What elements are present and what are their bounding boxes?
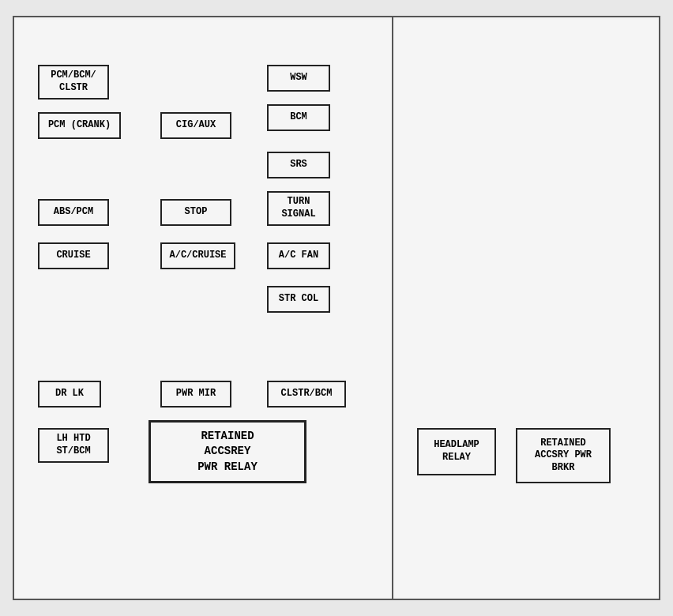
clstr-bcm: CLSTR/BCM [267,381,346,408]
retained-accsry-pwr-brkr: RETAINED ACCSRY PWR BRKR [516,428,611,483]
retained-accsrey-pwr-relay: RETAINED ACCSREY PWR RELAY [149,420,306,483]
cig-aux: CIG/AUX [160,112,231,139]
stop: STOP [160,199,231,226]
bcm: BCM [267,104,330,131]
main-container: PCM/BCM/ CLSTRWSWPCM (CRANK)CIG/AUXBCMSR… [13,16,660,600]
ac-cruise: A/C/CRUISE [160,242,235,269]
inside-grid: HEADLAMP RELAYRETAINED ACCSRY PWR BRKR [401,41,651,575]
pcm-crank: PCM (CRANK) [38,112,121,139]
ac-fan: A/C FAN [267,242,330,269]
dr-lk: DR LK [38,381,101,408]
inside-section: HEADLAMP RELAYRETAINED ACCSRY PWR BRKR [393,17,659,599]
wsw: WSW [267,65,330,92]
lh-htd-st-bcm: LH HTD ST/BCM [38,428,109,463]
headlamp-relay: HEADLAMP RELAY [417,428,496,475]
pcm-bcm-clstr: PCM/BCM/ CLSTR [38,65,109,100]
abs-pcm: ABS/PCM [38,199,109,226]
outside-grid: PCM/BCM/ CLSTRWSWPCM (CRANK)CIG/AUXBCMSR… [22,41,384,575]
turn-signal: TURN SIGNAL [267,191,330,226]
cruise: CRUISE [38,242,109,269]
pwr-mir: PWR MIR [160,381,231,408]
srs: SRS [267,152,330,178]
outside-section: PCM/BCM/ CLSTRWSWPCM (CRANK)CIG/AUXBCMSR… [14,17,393,599]
str-col: STR COL [267,286,330,313]
